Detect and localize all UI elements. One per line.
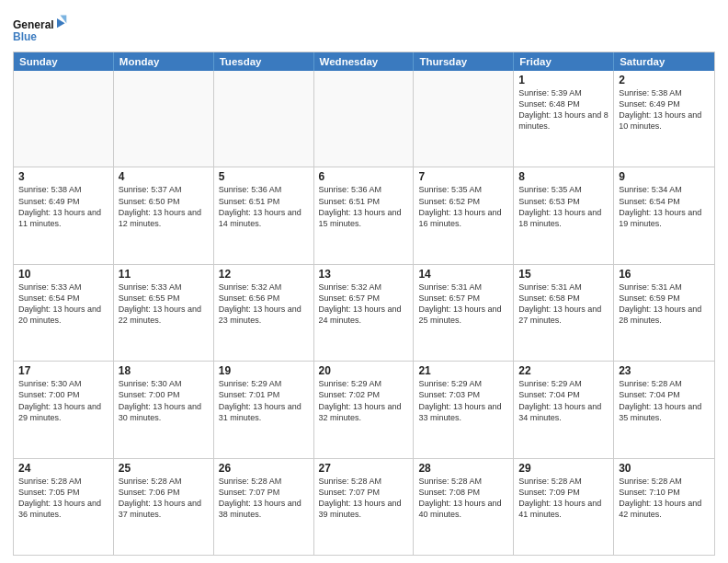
day-cell-1: 1Sunrise: 5:39 AM Sunset: 6:48 PM Daylig… — [514, 71, 614, 167]
day-details: Sunrise: 5:33 AM Sunset: 6:55 PM Dayligh… — [119, 282, 209, 327]
week-row-4: 17Sunrise: 5:30 AM Sunset: 7:00 PM Dayli… — [14, 361, 714, 457]
day-cell-29: 29Sunrise: 5:28 AM Sunset: 7:09 PM Dayli… — [514, 459, 614, 555]
day-number: 18 — [119, 364, 209, 377]
week-row-1: 1Sunrise: 5:39 AM Sunset: 6:48 PM Daylig… — [14, 71, 714, 167]
day-header-wednesday: Wednesday — [314, 52, 415, 71]
day-cell-12: 12Sunrise: 5:32 AM Sunset: 6:56 PM Dayli… — [214, 265, 314, 361]
day-cell-10: 10Sunrise: 5:33 AM Sunset: 6:54 PM Dayli… — [14, 265, 114, 361]
day-cell-28: 28Sunrise: 5:28 AM Sunset: 7:08 PM Dayli… — [414, 459, 514, 555]
day-cell-24: 24Sunrise: 5:28 AM Sunset: 7:05 PM Dayli… — [14, 459, 114, 555]
header: General Blue — [13, 9, 715, 46]
day-cell-26: 26Sunrise: 5:28 AM Sunset: 7:07 PM Dayli… — [214, 459, 314, 555]
day-details: Sunrise: 5:35 AM Sunset: 6:52 PM Dayligh… — [418, 184, 508, 229]
day-details: Sunrise: 5:32 AM Sunset: 6:57 PM Dayligh… — [319, 282, 409, 327]
day-cell-5: 5Sunrise: 5:36 AM Sunset: 6:51 PM Daylig… — [214, 167, 314, 263]
day-number: 25 — [119, 462, 209, 475]
day-cell-3: 3Sunrise: 5:38 AM Sunset: 6:49 PM Daylig… — [14, 167, 114, 263]
day-details: Sunrise: 5:38 AM Sunset: 6:49 PM Dayligh… — [619, 87, 710, 132]
day-number: 6 — [319, 170, 409, 183]
day-header-sunday: Sunday — [14, 52, 114, 71]
day-details: Sunrise: 5:31 AM Sunset: 6:59 PM Dayligh… — [619, 282, 710, 327]
day-cell-2: 2Sunrise: 5:38 AM Sunset: 6:49 PM Daylig… — [614, 71, 714, 167]
day-number: 9 — [619, 170, 710, 183]
svg-text:Blue: Blue — [13, 30, 37, 43]
day-number: 21 — [418, 364, 508, 377]
day-number: 24 — [18, 462, 108, 475]
day-number: 27 — [319, 462, 409, 475]
day-cell-18: 18Sunrise: 5:30 AM Sunset: 7:00 PM Dayli… — [114, 362, 214, 457]
day-number: 13 — [319, 268, 409, 281]
day-number: 26 — [219, 462, 309, 475]
day-details: Sunrise: 5:36 AM Sunset: 6:51 PM Dayligh… — [219, 184, 309, 229]
day-number: 30 — [619, 462, 710, 475]
day-number: 15 — [518, 268, 609, 281]
day-number: 23 — [619, 364, 710, 377]
day-details: Sunrise: 5:31 AM Sunset: 6:58 PM Dayligh… — [518, 282, 609, 327]
day-cell-14: 14Sunrise: 5:31 AM Sunset: 6:57 PM Dayli… — [414, 265, 514, 361]
empty-cell — [214, 71, 314, 167]
day-details: Sunrise: 5:34 AM Sunset: 6:54 PM Dayligh… — [619, 184, 710, 229]
day-cell-21: 21Sunrise: 5:29 AM Sunset: 7:03 PM Dayli… — [414, 362, 514, 457]
day-details: Sunrise: 5:28 AM Sunset: 7:07 PM Dayligh… — [319, 476, 409, 521]
day-cell-20: 20Sunrise: 5:29 AM Sunset: 7:02 PM Dayli… — [314, 362, 415, 457]
day-details: Sunrise: 5:30 AM Sunset: 7:00 PM Dayligh… — [18, 378, 108, 423]
day-header-thursday: Thursday — [414, 52, 514, 71]
day-number: 19 — [219, 364, 309, 377]
day-number: 4 — [119, 170, 209, 183]
day-details: Sunrise: 5:37 AM Sunset: 6:50 PM Dayligh… — [119, 184, 209, 229]
svg-text:General: General — [13, 18, 54, 31]
day-details: Sunrise: 5:33 AM Sunset: 6:54 PM Dayligh… — [18, 282, 108, 327]
day-cell-15: 15Sunrise: 5:31 AM Sunset: 6:58 PM Dayli… — [514, 265, 614, 361]
day-cell-23: 23Sunrise: 5:28 AM Sunset: 7:04 PM Dayli… — [614, 362, 714, 457]
empty-cell — [414, 71, 514, 167]
day-number: 7 — [418, 170, 508, 183]
calendar-header: SundayMondayTuesdayWednesdayThursdayFrid… — [14, 52, 714, 71]
day-header-monday: Monday — [114, 52, 214, 71]
logo-svg: General Blue — [13, 13, 68, 46]
day-cell-9: 9Sunrise: 5:34 AM Sunset: 6:54 PM Daylig… — [614, 167, 714, 263]
svg-marker-2 — [57, 18, 65, 28]
day-details: Sunrise: 5:29 AM Sunset: 7:04 PM Dayligh… — [518, 378, 609, 423]
empty-cell — [114, 71, 214, 167]
day-number: 2 — [619, 74, 710, 86]
day-cell-4: 4Sunrise: 5:37 AM Sunset: 6:50 PM Daylig… — [114, 167, 214, 263]
day-number: 12 — [219, 268, 309, 281]
day-details: Sunrise: 5:28 AM Sunset: 7:05 PM Dayligh… — [18, 476, 108, 521]
day-details: Sunrise: 5:39 AM Sunset: 6:48 PM Dayligh… — [518, 87, 609, 132]
day-cell-27: 27Sunrise: 5:28 AM Sunset: 7:07 PM Dayli… — [314, 459, 415, 555]
day-details: Sunrise: 5:28 AM Sunset: 7:07 PM Dayligh… — [219, 476, 309, 521]
day-cell-8: 8Sunrise: 5:35 AM Sunset: 6:53 PM Daylig… — [514, 167, 614, 263]
day-number: 1 — [518, 74, 609, 86]
day-cell-25: 25Sunrise: 5:28 AM Sunset: 7:06 PM Dayli… — [114, 459, 214, 555]
day-header-friday: Friday — [514, 52, 614, 71]
day-details: Sunrise: 5:35 AM Sunset: 6:53 PM Dayligh… — [518, 184, 609, 229]
day-number: 28 — [418, 462, 508, 475]
day-number: 10 — [18, 268, 108, 281]
day-details: Sunrise: 5:29 AM Sunset: 7:03 PM Dayligh… — [418, 378, 508, 423]
day-number: 11 — [119, 268, 209, 281]
day-details: Sunrise: 5:31 AM Sunset: 6:57 PM Dayligh… — [418, 282, 508, 327]
day-cell-11: 11Sunrise: 5:33 AM Sunset: 6:55 PM Dayli… — [114, 265, 214, 361]
day-number: 20 — [319, 364, 409, 377]
day-number: 3 — [18, 170, 108, 183]
calendar-body: 1Sunrise: 5:39 AM Sunset: 6:48 PM Daylig… — [14, 71, 714, 555]
day-number: 14 — [418, 268, 508, 281]
day-details: Sunrise: 5:28 AM Sunset: 7:10 PM Dayligh… — [619, 476, 710, 521]
day-cell-19: 19Sunrise: 5:29 AM Sunset: 7:01 PM Dayli… — [214, 362, 314, 457]
day-details: Sunrise: 5:30 AM Sunset: 7:00 PM Dayligh… — [119, 378, 209, 423]
day-cell-30: 30Sunrise: 5:28 AM Sunset: 7:10 PM Dayli… — [614, 459, 714, 555]
day-cell-6: 6Sunrise: 5:36 AM Sunset: 6:51 PM Daylig… — [314, 167, 415, 263]
day-details: Sunrise: 5:28 AM Sunset: 7:06 PM Dayligh… — [119, 476, 209, 521]
week-row-2: 3Sunrise: 5:38 AM Sunset: 6:49 PM Daylig… — [14, 167, 714, 263]
day-number: 22 — [518, 364, 609, 377]
day-cell-7: 7Sunrise: 5:35 AM Sunset: 6:52 PM Daylig… — [414, 167, 514, 263]
week-row-5: 24Sunrise: 5:28 AM Sunset: 7:05 PM Dayli… — [14, 458, 714, 555]
day-details: Sunrise: 5:32 AM Sunset: 6:56 PM Dayligh… — [219, 282, 309, 327]
day-cell-16: 16Sunrise: 5:31 AM Sunset: 6:59 PM Dayli… — [614, 265, 714, 361]
calendar: SundayMondayTuesdayWednesdayThursdayFrid… — [13, 52, 715, 556]
day-header-saturday: Saturday — [614, 52, 714, 71]
day-number: 5 — [219, 170, 309, 183]
day-details: Sunrise: 5:28 AM Sunset: 7:09 PM Dayligh… — [518, 476, 609, 521]
day-details: Sunrise: 5:29 AM Sunset: 7:01 PM Dayligh… — [219, 378, 309, 423]
day-number: 16 — [619, 268, 710, 281]
